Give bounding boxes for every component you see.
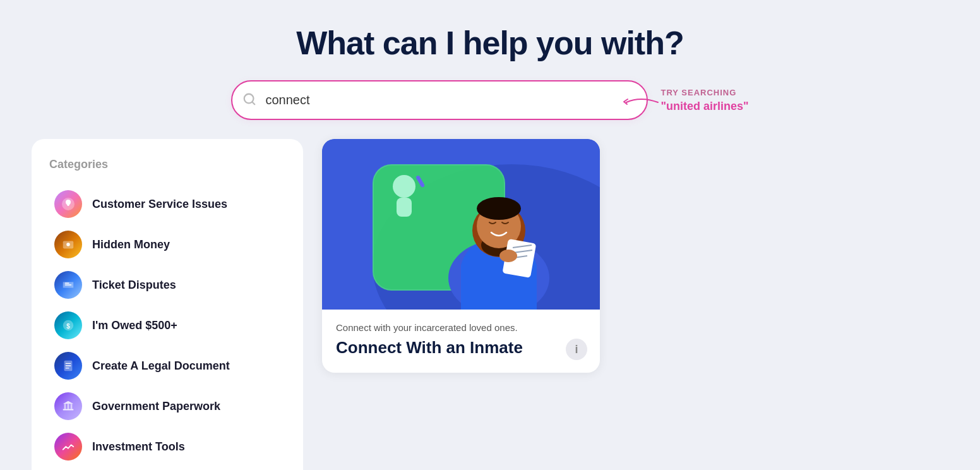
hidden-money-label: Hidden Money	[92, 238, 170, 252]
svg-point-28	[499, 250, 517, 262]
svg-point-4	[66, 243, 70, 246]
government-paperwork-icon	[54, 392, 82, 420]
sidebar-item-ticket-disputes[interactable]: Ticket Disputes	[49, 265, 285, 305]
search-input[interactable]	[231, 80, 648, 120]
sidebar-item-investment-tools[interactable]: Investment Tools	[49, 426, 285, 467]
ticket-disputes-icon	[54, 271, 82, 299]
ticket-disputes-label: Ticket Disputes	[92, 278, 176, 292]
svg-rect-9	[68, 404, 69, 409]
search-wrapper	[231, 80, 648, 120]
owed-500-icon: $	[54, 311, 82, 339]
try-searching-term: united airlines	[660, 100, 748, 113]
government-paperwork-label: Government Paperwork	[92, 399, 220, 414]
svg-point-16	[393, 175, 415, 198]
sidebar-item-owed-500[interactable]: $ I'm Owed $500+	[49, 305, 285, 346]
svg-rect-10	[71, 404, 73, 409]
svg-rect-8	[64, 404, 66, 409]
card-body: Connect with your incarcerated loved one…	[322, 310, 600, 373]
customer-service-icon	[54, 190, 82, 218]
card-subtitle: Connect with your incarcerated loved one…	[336, 322, 586, 333]
header-section: What can I help you with?	[0, 25, 980, 61]
investment-tools-icon	[54, 433, 82, 461]
sidebar-item-hidden-money[interactable]: Hidden Money	[49, 224, 285, 265]
svg-text:$: $	[66, 323, 70, 330]
legal-document-label: Create A Legal Document	[92, 359, 230, 373]
card-image	[322, 139, 600, 310]
svg-line-1	[253, 102, 255, 104]
legal-document-icon	[54, 352, 82, 380]
try-searching-label: TRY SEARCHING	[660, 88, 736, 97]
sidebar-item-customer-service[interactable]: Customer Service Issues	[49, 184, 285, 224]
svg-rect-11	[63, 409, 74, 411]
customer-service-label: Customer Service Issues	[92, 197, 227, 212]
try-searching-hint: TRY SEARCHING united airlines	[660, 88, 748, 113]
search-section: TRY SEARCHING united airlines	[0, 80, 980, 120]
arrow-icon	[621, 93, 659, 112]
card-illustration	[322, 139, 600, 310]
main-content: Connect with your incarcerated loved one…	[303, 139, 948, 373]
sidebar: Categories Customer Service Issues Hidde…	[32, 139, 303, 470]
categories-heading: Categories	[49, 158, 285, 171]
investment-tools-label: Investment Tools	[92, 440, 185, 454]
page-title: What can I help you with?	[0, 25, 980, 61]
search-icon	[242, 92, 256, 109]
result-card[interactable]: Connect with your incarcerated loved one…	[322, 139, 600, 373]
owed-500-label: I'm Owed $500+	[92, 318, 177, 333]
sidebar-item-government-paperwork[interactable]: Government Paperwork	[49, 386, 285, 426]
svg-point-23	[477, 197, 521, 220]
svg-rect-17	[397, 198, 412, 217]
sidebar-item-legal-document[interactable]: Create A Legal Document	[49, 346, 285, 386]
card-title: Connect With an Inmate	[336, 338, 586, 358]
page-container: What can I help you with? TRY SEARCHING …	[0, 0, 980, 470]
content-area: Categories Customer Service Issues Hidde…	[0, 139, 980, 470]
hidden-money-icon	[54, 231, 82, 258]
